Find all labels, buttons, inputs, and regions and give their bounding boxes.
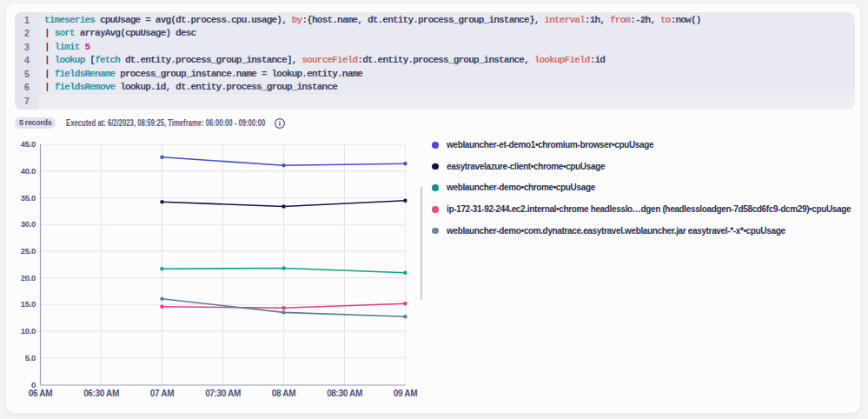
svg-text:08:30 AM: 08:30 AM <box>327 389 362 398</box>
svg-text:09 AM: 09 AM <box>394 389 417 398</box>
svg-text:45.0: 45.0 <box>21 139 36 149</box>
svg-text:06:30 AM: 06:30 AM <box>83 389 119 398</box>
svg-text:35.0: 35.0 <box>21 193 36 203</box>
svg-text:40.0: 40.0 <box>21 166 36 176</box>
svg-text:5.0: 5.0 <box>25 353 36 362</box>
svg-text:20.0: 20.0 <box>21 273 36 283</box>
svg-text:07 AM: 07 AM <box>150 389 174 398</box>
svg-text:30.0: 30.0 <box>21 219 36 229</box>
svg-text:25.0: 25.0 <box>21 246 36 256</box>
svg-text:15.0: 15.0 <box>21 299 36 309</box>
svg-text:07:30 AM: 07:30 AM <box>205 389 241 398</box>
svg-text:08 AM: 08 AM <box>272 389 295 398</box>
svg-text:10.0: 10.0 <box>21 326 36 336</box>
svg-text:06 AM: 06 AM <box>29 389 52 398</box>
